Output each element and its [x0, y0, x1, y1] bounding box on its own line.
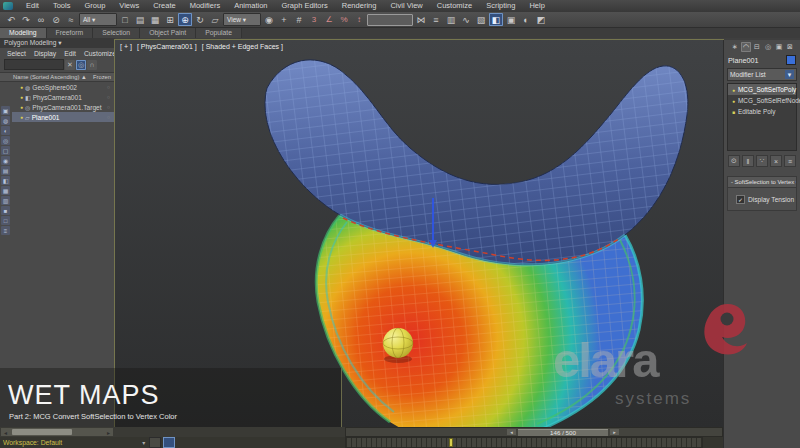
- ribbon-tab[interactable]: Freeform: [47, 28, 94, 38]
- time-slider-thumb[interactable]: 146 / 500: [518, 429, 608, 436]
- modifier-stack-row[interactable]: ■ Editable Poly: [728, 106, 796, 117]
- frozen-toggle-icon[interactable]: ○: [107, 84, 110, 90]
- search-toolbar-icon[interactable]: ◎: [76, 60, 86, 70]
- toolbar-icon[interactable]: ↶: [4, 13, 18, 26]
- filter-icon[interactable]: ◍: [1, 116, 10, 125]
- scene-explorer-menu-item[interactable]: Edit: [61, 50, 79, 57]
- toolbar-icon[interactable]: ∞: [34, 13, 48, 26]
- toolbar-icon[interactable]: ◉: [262, 13, 276, 26]
- scene-explorer-menu-item[interactable]: Display: [31, 50, 59, 57]
- stack-tool-button[interactable]: ⊙: [728, 155, 740, 167]
- current-frame-marker[interactable]: [449, 438, 453, 447]
- scrollbar-thumb[interactable]: [12, 429, 72, 435]
- toolbar-icon[interactable]: [367, 14, 413, 26]
- toolbar-icon[interactable]: ∠: [322, 13, 336, 26]
- menu-item[interactable]: Create: [146, 0, 183, 12]
- workspace-selector[interactable]: Workspace: Default: [3, 439, 62, 446]
- scene-object-row[interactable]: ● ▱ Plane001 ○: [12, 112, 114, 122]
- search-input[interactable]: [4, 59, 64, 70]
- filter-icon[interactable]: ▣: [1, 106, 10, 115]
- filter-icon[interactable]: ▤: [1, 166, 10, 175]
- application-logo-icon[interactable]: [3, 2, 13, 10]
- toolbar-icon[interactable]: ▧: [474, 13, 488, 26]
- command-panel-tab-icon[interactable]: ▣: [774, 42, 784, 52]
- toolbar-icon[interactable]: ∿: [459, 13, 473, 26]
- toolbar-icon[interactable]: +: [277, 13, 291, 26]
- workspace-icon[interactable]: [149, 437, 161, 448]
- toolbar-icon[interactable]: ↕: [352, 13, 366, 26]
- stack-tool-button[interactable]: ∵: [756, 155, 768, 167]
- command-panel-tab-icon[interactable]: ∗: [730, 42, 740, 52]
- filter-icon[interactable]: ≡: [1, 226, 10, 235]
- command-panel-tab-icon[interactable]: ⊟: [752, 42, 762, 52]
- scroll-left-icon[interactable]: ◂: [1, 429, 10, 436]
- display-tension-checkbox[interactable]: ✓: [736, 195, 745, 204]
- modifier-enable-icon[interactable]: ■: [732, 109, 735, 115]
- modifier-stack-row[interactable]: ● MCG_SoftSelToPoly: [728, 84, 796, 95]
- visibility-dot-icon[interactable]: ●: [20, 94, 23, 100]
- toolbar-icon[interactable]: ↻: [193, 13, 207, 26]
- toolbar-icon[interactable]: ⊞: [163, 13, 177, 26]
- filter-icon[interactable]: ■: [1, 206, 10, 215]
- track-bar[interactable]: [345, 437, 703, 448]
- stack-tool-button[interactable]: ≡: [784, 155, 796, 167]
- visibility-dot-icon[interactable]: ●: [20, 104, 23, 110]
- isolate-selection-icon[interactable]: [163, 437, 175, 448]
- menu-item[interactable]: Tools: [46, 0, 78, 12]
- visibility-dot-icon[interactable]: ●: [20, 114, 23, 120]
- menu-item[interactable]: Group: [77, 0, 112, 12]
- filter-icon[interactable]: ◧: [1, 176, 10, 185]
- toolbar-icon[interactable]: View ▾: [223, 13, 261, 26]
- toolbar-icon[interactable]: ▤: [133, 13, 147, 26]
- toolbar-icon[interactable]: %: [337, 13, 351, 26]
- scene-explorer-menu-item[interactable]: Select: [4, 50, 29, 57]
- stack-tool-button[interactable]: ×: [770, 155, 782, 167]
- stack-tool-button[interactable]: ‖: [742, 155, 754, 167]
- toolbar-icon[interactable]: ≈: [64, 13, 78, 26]
- previous-frame-icon[interactable]: ◂: [507, 429, 516, 435]
- menu-item[interactable]: Scripting: [479, 0, 522, 12]
- command-panel-tab-icon[interactable]: ⊠: [785, 42, 795, 52]
- ribbon-tab[interactable]: Selection: [93, 28, 140, 38]
- scene-object-row[interactable]: ● ◍ GeoSphere002 ○: [12, 82, 114, 92]
- ribbon-tab[interactable]: Populate: [196, 28, 242, 38]
- object-color-swatch[interactable]: [786, 55, 796, 65]
- scene-explorer-menu-item[interactable]: Customize: [81, 50, 119, 57]
- filter-icon[interactable]: ▢: [1, 146, 10, 155]
- scene-object-row[interactable]: ● ◎ PhysCamera001.Target ○: [12, 102, 114, 112]
- menu-item[interactable]: Modifiers: [183, 0, 227, 12]
- command-panel-tab-icon[interactable]: ◎: [763, 42, 773, 52]
- explorer-horizontal-scrollbar[interactable]: ◂ ▸: [1, 428, 113, 436]
- frozen-toggle-icon[interactable]: ○: [107, 104, 110, 110]
- modifier-enable-icon[interactable]: ●: [732, 98, 735, 104]
- modifier-stack-row[interactable]: ● MCG_SoftSelRefNode: [728, 95, 796, 106]
- menu-item[interactable]: Edit: [19, 0, 46, 12]
- scroll-right-icon[interactable]: ▸: [104, 429, 113, 436]
- command-panel-tab-icon[interactable]: ◠: [741, 42, 751, 52]
- toolbar-icon[interactable]: ◩: [534, 13, 548, 26]
- toolbar-icon[interactable]: □: [118, 13, 132, 26]
- dropdown-arrow-icon[interactable]: ▼: [785, 70, 794, 79]
- toolbar-icon[interactable]: ⊘: [49, 13, 63, 26]
- toolbar-icon[interactable]: ◧: [489, 13, 503, 26]
- object-name-field[interactable]: Plane001: [728, 56, 758, 65]
- toolbar-icon[interactable]: ↷: [19, 13, 33, 26]
- filter-icon[interactable]: ◎: [1, 136, 10, 145]
- frozen-toggle-icon[interactable]: ○: [107, 114, 110, 120]
- frozen-toggle-icon[interactable]: ○: [107, 94, 110, 100]
- viewport-pov-menu[interactable]: [ + ]: [120, 43, 132, 50]
- menu-item[interactable]: Animation: [227, 0, 274, 12]
- modifier-enable-icon[interactable]: ●: [732, 87, 735, 93]
- menu-item[interactable]: Civil View: [383, 0, 429, 12]
- menu-item[interactable]: Help: [522, 0, 551, 12]
- menu-item[interactable]: Customize: [430, 0, 479, 12]
- toolbar-icon[interactable]: All ▾: [79, 13, 117, 26]
- toolbar-icon[interactable]: ⊕: [178, 13, 192, 26]
- toolbar-icon[interactable]: ▣: [504, 13, 518, 26]
- toolbar-icon[interactable]: ▦: [148, 13, 162, 26]
- polygon-modeling-panel-header[interactable]: Polygon Modeling ▾: [0, 38, 115, 48]
- toolbar-icon[interactable]: ⋈: [414, 13, 428, 26]
- filter-icon[interactable]: ◉: [1, 156, 10, 165]
- viewport-camera-menu[interactable]: [ PhysCamera001 ]: [137, 43, 197, 50]
- scene-explorer-column-headers[interactable]: Name (Sorted Ascending) ▲ Frozen: [0, 72, 114, 82]
